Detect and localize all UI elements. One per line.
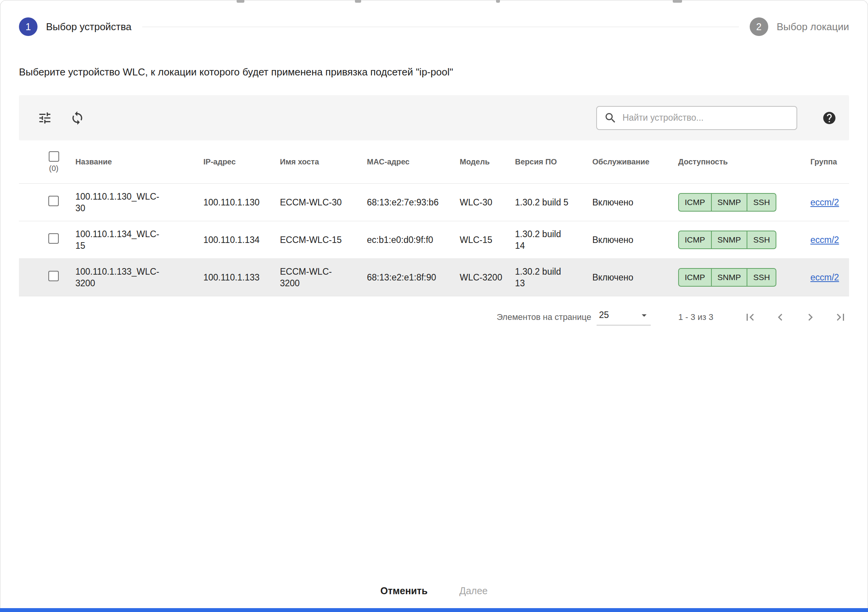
availability-badge-icmp: ICMP: [679, 231, 711, 248]
row-select-cell: [19, 233, 75, 246]
stepper-divider: [142, 27, 739, 27]
group-link[interactable]: eccm/2: [810, 235, 839, 245]
table-row[interactable]: 100.110.1.130_WLC-30 100.110.1.130 ECCM-…: [19, 184, 849, 221]
availability-badge-snmp: SNMP: [711, 269, 747, 286]
search-box: [596, 106, 797, 130]
maintenance-cell: Включено: [592, 272, 678, 283]
last-page-button[interactable]: [832, 309, 849, 326]
maintenance-cell: Включено: [592, 197, 678, 208]
step-2-label: Выбор локации: [777, 21, 849, 33]
column-header-group: Группа: [810, 157, 850, 166]
device-name-cell: 100.110.1.134_WLC-15: [75, 228, 203, 251]
step-device-selection: 1 Выбор устройства: [19, 17, 131, 36]
firmware-cell: 1.30.2 build 5: [515, 197, 592, 208]
bottom-accent-bar: [0, 608, 868, 612]
next-page-button[interactable]: [802, 309, 819, 326]
filter-button[interactable]: [36, 109, 54, 127]
cancel-button[interactable]: Отменить: [374, 582, 434, 600]
availability-badge-icmp: ICMP: [679, 194, 711, 211]
tune-icon: [38, 111, 52, 125]
devices-table: (0) Название IP-адрес Имя хоста MAC-адре…: [19, 140, 849, 296]
wizard-stepper: 1 Выбор устройства 2 Выбор локации: [19, 17, 849, 36]
help-icon: [822, 111, 837, 125]
device-ip: 100.110.1.133: [203, 272, 259, 282]
select-all-checkbox[interactable]: [49, 151, 59, 162]
column-header-name: Название: [75, 157, 203, 166]
column-header-firmware: Версия ПО: [515, 157, 592, 166]
previous-page-button[interactable]: [772, 309, 789, 326]
device-maintenance: Включено: [592, 272, 633, 282]
device-mac: 68:13:e2:e1:8f:90: [367, 272, 436, 282]
row-checkbox[interactable]: [48, 233, 59, 244]
table-body: 100.110.1.130_WLC-30 100.110.1.130 ECCM-…: [19, 184, 849, 296]
table-row[interactable]: 100.110.1.133_WLC-3200 100.110.1.133 ECC…: [19, 259, 849, 296]
next-button[interactable]: Далее: [453, 582, 494, 600]
availability-badge-ssh: SSH: [747, 231, 776, 248]
first-page-button[interactable]: [742, 309, 759, 326]
device-name-cell: 100.110.1.133_WLC-3200: [75, 266, 203, 289]
device-name: 100.110.1.133_WLC-3200: [75, 266, 166, 289]
background-artifact: [355, 0, 361, 3]
items-per-page-value: 25: [599, 310, 609, 320]
group-link[interactable]: eccm/2: [810, 197, 839, 207]
first-page-icon: [743, 310, 757, 324]
items-per-page-select[interactable]: 25: [597, 309, 651, 325]
chevron-left-icon: [773, 310, 787, 324]
firmware-cell: 1.30.2 build 13: [515, 266, 592, 289]
background-artifact: [237, 0, 244, 3]
step-location-selection: 2 Выбор локации: [750, 17, 849, 36]
row-checkbox[interactable]: [48, 271, 59, 281]
device-maintenance: Включено: [592, 197, 633, 207]
model-cell: WLC-15: [460, 234, 515, 246]
device-hostname: ECCM-WLC-3200: [280, 266, 346, 289]
column-header-hostname: Имя хоста: [280, 157, 367, 166]
group-cell: eccm/2: [810, 197, 850, 208]
model-cell: WLC-3200: [460, 272, 515, 283]
step-1-badge: 1: [19, 17, 38, 36]
availability-cell: ICMPSNMPSSH: [678, 268, 810, 287]
pagination-range: 1 - 3 из 3: [678, 312, 713, 322]
step-1-label: Выбор устройства: [46, 21, 131, 33]
availability-badges: ICMPSNMPSSH: [678, 268, 776, 287]
hostname-cell: ECCM-WLC-15: [280, 234, 367, 246]
device-name: 100.110.1.130_WLC-30: [75, 191, 166, 214]
model-cell: WLC-30: [460, 197, 515, 208]
availability-badge-snmp: SNMP: [711, 194, 747, 211]
mac-cell: 68:13:e2:7e:93:b6: [367, 197, 460, 208]
column-header-availability: Доступность: [678, 157, 810, 166]
background-artifact: [673, 0, 682, 3]
device-ip: 100.110.1.130: [203, 197, 259, 207]
column-header-mac: MAC-адрес: [367, 157, 460, 166]
row-select-cell: [19, 196, 75, 209]
ip-cell: 100.110.1.133: [203, 272, 280, 283]
refresh-button[interactable]: [68, 109, 86, 127]
device-firmware: 1.30.2 build 5: [515, 197, 568, 208]
sync-icon: [70, 111, 85, 125]
background-artifact: [496, 0, 500, 3]
device-mac: ec:b1:e0:d0:9f:f0: [367, 235, 433, 245]
mac-cell: 68:13:e2:e1:8f:90: [367, 272, 460, 283]
dialog-actions: Отменить Далее: [19, 582, 849, 600]
dialog-subtitle: Выберите устройство WLC, к локации котор…: [19, 66, 849, 78]
chevron-right-icon: [803, 310, 817, 324]
pagination-controls: [742, 309, 849, 326]
device-firmware: 1.30.2 build 13: [515, 266, 571, 289]
table-row[interactable]: 100.110.1.134_WLC-15 100.110.1.134 ECCM-…: [19, 221, 849, 259]
search-input[interactable]: [622, 113, 790, 123]
device-model: WLC-3200: [460, 272, 502, 282]
selected-count: (0): [49, 164, 58, 173]
row-select-cell: [19, 271, 75, 284]
availability-badges: ICMPSNMPSSH: [678, 193, 776, 212]
column-header-model: Модель: [460, 157, 515, 166]
device-mac: 68:13:e2:7e:93:b6: [367, 197, 438, 207]
help-button[interactable]: [820, 109, 838, 127]
group-cell: eccm/2: [810, 234, 850, 246]
row-checkbox[interactable]: [48, 196, 59, 206]
select-all-cell: (0): [46, 151, 61, 173]
ip-cell: 100.110.1.130: [203, 197, 280, 208]
availability-cell: ICMPSNMPSSH: [678, 193, 810, 212]
search-icon: [604, 111, 617, 125]
device-name-cell: 100.110.1.130_WLC-30: [75, 191, 203, 214]
device-name: 100.110.1.134_WLC-15: [75, 228, 166, 251]
group-link[interactable]: eccm/2: [810, 272, 839, 282]
